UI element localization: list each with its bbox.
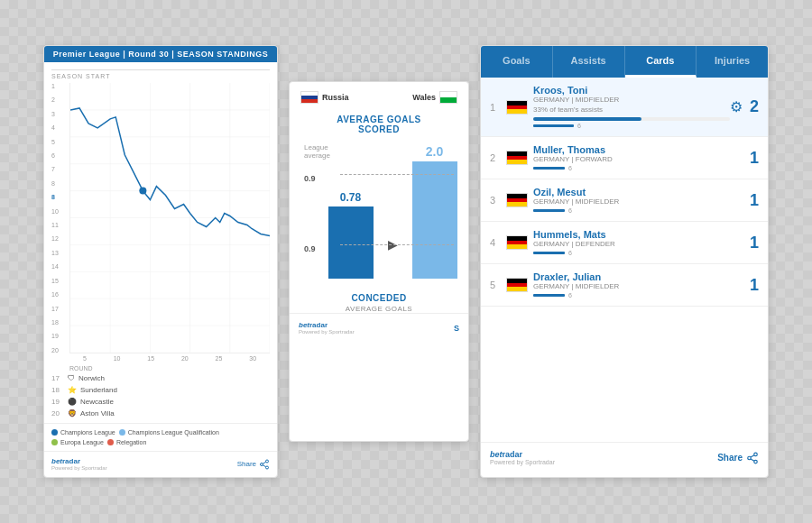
svg-line-18 — [263, 464, 265, 466]
player-meta: GERMANY | MIDFIELDER — [533, 96, 730, 104]
table-row: 5 Draxler, Julian GERMANY | MIDFIELDER 6… — [481, 264, 768, 307]
svg-point-21 — [748, 456, 752, 460]
share-icon — [259, 459, 270, 470]
sub-bar-row: 6 — [533, 250, 744, 256]
chart-plot — [69, 83, 270, 353]
tab-goals[interactable]: Goals — [481, 46, 553, 78]
legend-item: Champions League Qualification — [119, 429, 219, 436]
y-axis: 1 2 3 4 5 6 7 8 8 10 11 12 13 14 15 16 1 — [51, 83, 69, 353]
stats-list: 1 Kroos, Toni GERMANY | MIDFIELDER 33% o… — [481, 78, 768, 307]
sub-bar — [533, 252, 565, 254]
svg-line-19 — [263, 462, 265, 463]
goals-title: AVERAGE GOALS SCORED — [290, 109, 468, 136]
team-icon: ⭐ — [68, 386, 77, 394]
svg-point-17 — [266, 466, 269, 469]
sub-bar-row: 6 — [533, 165, 744, 171]
player-flag — [506, 100, 528, 115]
progress-fill — [533, 117, 641, 121]
wales-header: Wales — [412, 91, 457, 104]
avg-line-bottom — [340, 244, 454, 245]
player-score: 1 — [750, 191, 759, 210]
player-flag — [506, 278, 528, 292]
standings-footer: betradar Powered by Sportradar Share — [44, 451, 277, 476]
list-item: 17 🛡 Norwich — [51, 372, 270, 384]
betradar-sub: Powered by Sportradar — [490, 459, 555, 465]
legend-dot — [51, 439, 58, 445]
russia-flag — [300, 91, 318, 104]
player-rank: 5 — [490, 280, 506, 290]
player-name: Hummels, Mats — [533, 229, 744, 240]
player-rank: 4 — [490, 237, 506, 248]
legend-dot — [119, 429, 125, 436]
legend-dot — [107, 439, 114, 445]
betradar-sub: Powered by Sportradar — [51, 465, 107, 471]
arrow-indicator: ▶ — [388, 237, 398, 279]
sub-bar-row: 6 — [533, 123, 730, 129]
wales-flag — [439, 91, 457, 104]
right-bar-value: 2.0 — [426, 144, 443, 159]
season-start-label: SEASON START — [51, 69, 270, 79]
avg-val-bottom: 0.9 — [304, 244, 316, 253]
stats-content: 1 Kroos, Toni GERMANY | MIDFIELDER 33% o… — [481, 78, 768, 473]
league-avg-label: Leagueaverage — [304, 143, 330, 160]
score-area: ⚙ 2 — [730, 97, 759, 116]
avg-line-top — [340, 174, 454, 175]
svg-point-16 — [261, 463, 263, 465]
list-item: 19 ⚫ Newcastle — [51, 396, 270, 408]
table-row: 3 Ozil, Mesut GERMANY | MIDFIELDER 6 1 — [481, 179, 768, 222]
conceded-title: CONCEDED AVERAGE GOALS — [290, 293, 468, 313]
player-meta: GERMANY | MIDFIELDER — [533, 282, 744, 290]
wales-label: Wales — [412, 93, 436, 102]
player-flag — [506, 235, 528, 250]
player-info: Ozil, Mesut GERMANY | MIDFIELDER 6 — [533, 187, 744, 214]
sub-bar-row: 6 — [533, 292, 744, 298]
tab-injuries[interactable]: Injuries — [697, 46, 768, 78]
share-button[interactable]: Share — [237, 459, 270, 470]
standings-bottom-list: 17 🛡 Norwich 18 ⭐ Sunderland 19 ⚫ Newcas… — [44, 369, 277, 423]
player-score: 1 — [750, 149, 759, 168]
stats-tabs: Goals Assists Cards Injuries — [481, 46, 768, 78]
bars-container: 0.78 ▶ 2.0 — [331, 143, 454, 279]
player-meta: GERMANY | MIDFIELDER — [533, 197, 744, 206]
legend-item: Relegation — [107, 439, 146, 445]
player-score: 2 — [750, 97, 759, 116]
svg-point-15 — [266, 460, 269, 463]
player-name: Draxler, Julian — [533, 271, 744, 282]
sub-bar — [533, 209, 565, 212]
svg-line-24 — [751, 454, 754, 456]
round-label: ROUND — [51, 365, 270, 372]
tab-cards[interactable]: Cards — [625, 46, 697, 78]
player-info: Muller, Thomas GERMANY | FORWARD 6 — [533, 144, 744, 171]
table-row: 4 Hummels, Mats GERMANY | DEFENDER 6 1 — [481, 222, 768, 264]
stats-footer: betradar Powered by Sportradar Share — [481, 442, 768, 473]
avg-val-top: 0.9 — [304, 174, 316, 183]
assist-pct: 33% of team's assists — [533, 106, 730, 114]
standings-card: Premier League | Round 30 | SEASON STAND… — [43, 45, 278, 478]
stats-card: Goals Assists Cards Injuries 1 Kroos, To… — [480, 45, 769, 478]
player-rank: 1 — [490, 102, 506, 113]
legend-dot — [51, 429, 58, 436]
scored-chart: Leagueaverage 0.9 0.9 0.78 ▶ 2.0 — [290, 136, 468, 289]
sub-bar — [533, 167, 565, 170]
player-flag — [506, 193, 528, 207]
share-icon — [746, 452, 759, 464]
betradar-sub: Powered by Sportradar — [299, 329, 355, 335]
svg-point-22 — [754, 460, 758, 463]
player-score: 1 — [750, 234, 759, 252]
team-icon: 🦁 — [68, 409, 77, 417]
player-meta: GERMANY | FORWARD — [533, 155, 744, 163]
team-icon: 🛡 — [68, 374, 75, 382]
player-name: Ozil, Mesut — [533, 187, 744, 197]
tab-assists[interactable]: Assists — [553, 46, 625, 78]
sub-bar — [533, 294, 565, 297]
betradar-logo: betradar Powered by Sportradar — [299, 321, 355, 335]
russia-header: Russia — [300, 91, 349, 104]
legend-item: Champions League — [51, 429, 115, 436]
progress-bar — [533, 117, 730, 121]
share-btn[interactable]: S — [454, 324, 459, 333]
table-row: 1 Kroos, Toni GERMANY | MIDFIELDER 33% o… — [481, 78, 768, 137]
left-bar-value: 0.78 — [340, 191, 361, 204]
russia-label: Russia — [322, 93, 349, 102]
betradar-logo: betradar Powered by Sportradar — [490, 450, 555, 465]
share-button[interactable]: Share — [717, 452, 759, 464]
